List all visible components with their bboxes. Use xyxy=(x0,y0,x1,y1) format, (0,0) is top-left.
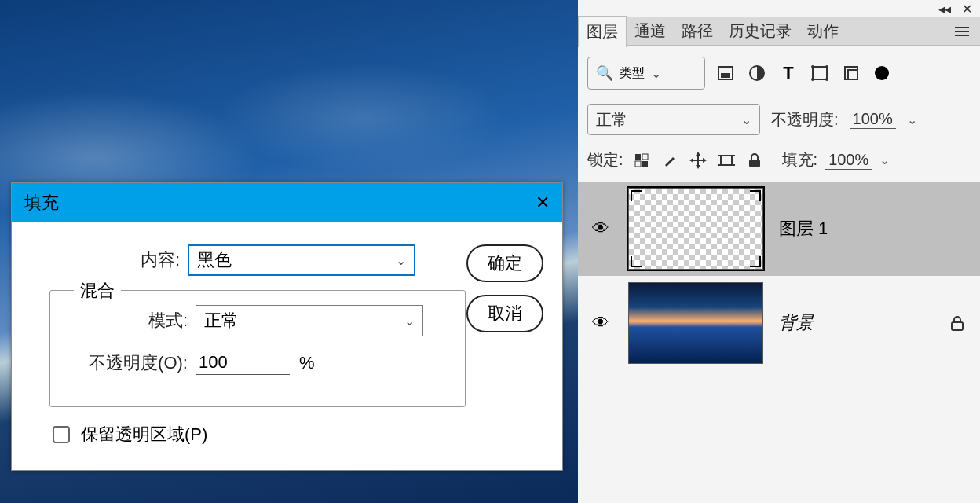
svg-rect-14 xyxy=(642,154,648,160)
panel-opacity-label: 不透明度: xyxy=(771,109,839,130)
dialog-body: 内容: 黑色 ⌄ 混合 模式: 正常 ⌄ 不透明度(O): % xyxy=(12,222,562,470)
filter-shape-icon[interactable] xyxy=(809,62,831,84)
lock-pixels-icon[interactable] xyxy=(631,152,652,168)
panels-top-controls: ◂◂ ✕ xyxy=(578,0,980,17)
thumbnail-image xyxy=(629,283,762,363)
layer-thumbnail[interactable] xyxy=(628,282,763,364)
svg-point-9 xyxy=(811,78,814,81)
blend-legend: 混合 xyxy=(74,279,121,303)
layer-filter-row: 🔍 类型 ⌄ T xyxy=(578,46,980,101)
svg-marker-21 xyxy=(689,158,693,163)
filter-adjust-icon[interactable] xyxy=(746,62,768,84)
transparency-pattern xyxy=(629,189,762,269)
svg-point-8 xyxy=(825,65,828,68)
content-select[interactable]: 黑色 ⌄ xyxy=(188,244,415,276)
fill-label: 填充: xyxy=(782,149,818,171)
preserve-checkbox[interactable] xyxy=(53,426,70,443)
mode-select[interactable]: 正常 ⌄ xyxy=(196,305,423,336)
chevron-down-icon: ⌄ xyxy=(741,112,751,127)
tab-actions[interactable]: 动作 xyxy=(799,16,847,46)
svg-marker-22 xyxy=(703,158,707,163)
chevron-down-icon: ⌄ xyxy=(651,66,661,81)
svg-rect-4 xyxy=(721,73,730,78)
layer-row[interactable]: 👁 背景 xyxy=(578,276,980,370)
panel-tabs: 图层 通道 路径 历史记录 动作 xyxy=(578,17,980,46)
tab-paths[interactable]: 路径 xyxy=(674,16,721,46)
filter-type-icon[interactable]: T xyxy=(777,62,799,84)
content-label: 内容: xyxy=(31,248,188,272)
collapse-icon[interactable]: ◂◂ xyxy=(938,2,951,17)
layer-name[interactable]: 图层 1 xyxy=(779,217,969,240)
blend-row: 正常 ⌄ 不透明度: 100% ⌄ xyxy=(578,101,980,146)
lock-brush-icon[interactable] xyxy=(660,152,680,168)
lock-position-icon[interactable] xyxy=(688,152,708,169)
content-value: 黑色 xyxy=(197,248,232,272)
svg-rect-16 xyxy=(642,161,648,167)
tab-layers[interactable]: 图层 xyxy=(578,16,627,47)
visibility-toggle-icon[interactable]: 👁 xyxy=(589,218,612,239)
chevron-down-icon: ⌄ xyxy=(396,253,406,268)
layer-name[interactable]: 背景 xyxy=(779,311,934,335)
svg-rect-23 xyxy=(721,156,732,165)
corner-marker xyxy=(631,256,642,267)
fill-value[interactable]: 100% xyxy=(825,151,872,170)
opacity-label: 不透明度(O): xyxy=(58,351,196,375)
corner-marker xyxy=(750,190,761,201)
close-icon[interactable]: ✕ xyxy=(536,193,550,213)
tab-history[interactable]: 历史记录 xyxy=(721,16,799,46)
blend-mode-value: 正常 xyxy=(596,109,627,130)
search-icon: 🔍 xyxy=(596,64,613,82)
filter-toggle-icon[interactable] xyxy=(875,66,889,80)
svg-rect-29 xyxy=(952,322,963,330)
blend-fieldset: 混合 模式: 正常 ⌄ 不透明度(O): % xyxy=(49,290,466,407)
dialog-title: 填充 xyxy=(24,191,59,215)
svg-point-7 xyxy=(811,65,814,68)
dialog-titlebar[interactable]: 填充 ✕ xyxy=(12,183,562,222)
svg-marker-19 xyxy=(696,152,700,156)
chevron-down-icon: ⌄ xyxy=(404,314,415,329)
filter-pixel-icon[interactable] xyxy=(715,62,737,84)
layers-list: 👁 图层 1 👁 背景 xyxy=(578,182,980,503)
preserve-label: 保留透明区域(P) xyxy=(81,423,207,446)
chevron-down-icon[interactable]: ⌄ xyxy=(907,112,917,127)
blend-mode-select[interactable]: 正常 ⌄ xyxy=(587,104,760,135)
opacity-unit: % xyxy=(299,353,315,373)
lock-label: 锁定: xyxy=(587,149,623,171)
cancel-button[interactable]: 取消 xyxy=(466,295,543,332)
filter-type-label: 类型 xyxy=(620,65,645,82)
panel-opacity-value[interactable]: 100% xyxy=(850,110,896,129)
chevron-down-icon[interactable]: ⌄ xyxy=(879,152,890,167)
tab-channels[interactable]: 通道 xyxy=(627,16,674,46)
ok-button[interactable]: 确定 xyxy=(466,244,543,282)
visibility-toggle-icon[interactable]: 👁 xyxy=(589,313,612,333)
layer-row[interactable]: 👁 图层 1 xyxy=(578,182,980,276)
lock-all-icon[interactable] xyxy=(744,152,765,168)
panels-area: ◂◂ ✕ 图层 通道 路径 历史记录 动作 🔍 类型 ⌄ T 正常 ⌄ 不透明度… xyxy=(578,0,980,503)
preserve-row: 保留透明区域(P) xyxy=(53,423,543,446)
svg-point-10 xyxy=(825,78,828,81)
svg-rect-13 xyxy=(635,154,641,160)
svg-rect-15 xyxy=(635,161,641,167)
mode-row: 模式: 正常 ⌄ xyxy=(58,305,457,336)
mode-label: 模式: xyxy=(58,309,196,332)
mode-value: 正常 xyxy=(204,309,239,332)
panel-menu-icon[interactable] xyxy=(953,25,971,38)
filter-type-select[interactable]: 🔍 类型 ⌄ xyxy=(587,57,705,90)
svg-rect-28 xyxy=(749,160,760,167)
svg-rect-12 xyxy=(848,70,858,79)
lock-artboard-icon[interactable] xyxy=(716,152,737,168)
lock-icon[interactable] xyxy=(950,315,964,331)
svg-rect-6 xyxy=(813,67,827,79)
dialog-buttons: 确定 取消 xyxy=(466,244,543,332)
fill-dialog: 填充 ✕ 内容: 黑色 ⌄ 混合 模式: 正常 ⌄ 不透明度(O): % xyxy=(11,182,563,471)
corner-marker xyxy=(631,190,642,201)
layer-thumbnail[interactable] xyxy=(628,188,763,270)
svg-marker-20 xyxy=(696,165,700,169)
panel-close-icon[interactable]: ✕ xyxy=(962,2,972,17)
lock-row: 锁定: 填充: 100% ⌄ xyxy=(578,146,980,182)
opacity-input[interactable] xyxy=(196,351,290,375)
opacity-row: 不透明度(O): % xyxy=(58,351,457,375)
corner-marker xyxy=(750,256,761,267)
filter-smart-icon[interactable] xyxy=(840,62,862,84)
svg-rect-11 xyxy=(845,67,858,79)
